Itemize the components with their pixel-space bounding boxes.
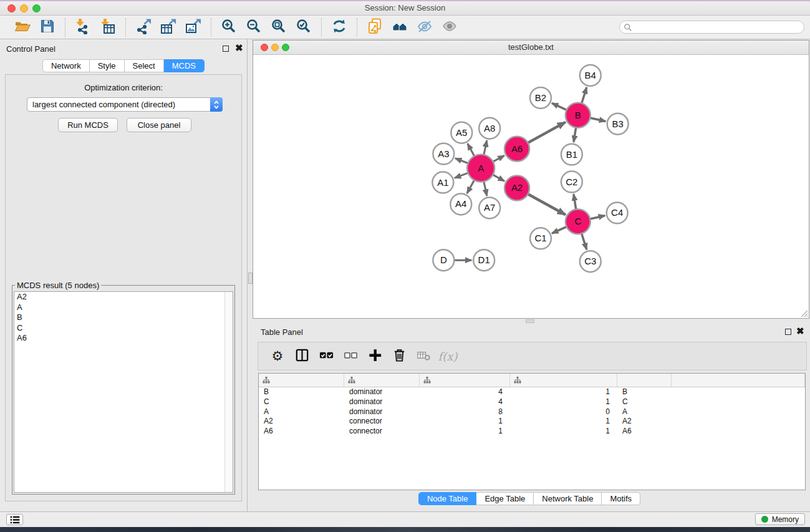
memory-button[interactable]: Memory — [755, 513, 805, 525]
graph-node-A6[interactable]: A6 — [504, 137, 529, 162]
graph-node-A1[interactable]: A1 — [432, 172, 453, 193]
table-cell[interactable]: 4 — [420, 387, 510, 397]
export-image-button[interactable] — [183, 18, 203, 37]
houses-button[interactable] — [390, 18, 410, 37]
table-row[interactable]: Bdominator41B — [259, 387, 805, 397]
refresh-button[interactable] — [329, 18, 349, 37]
export-network-button[interactable] — [133, 18, 153, 37]
close-panel-icon[interactable]: ✖ — [235, 45, 243, 51]
zoom-out-button[interactable] — [244, 18, 264, 37]
graph-node-D1[interactable]: D1 — [473, 249, 494, 271]
table-row[interactable]: A6connector11A6 — [259, 427, 805, 437]
table-cell[interactable]: dominator — [344, 397, 420, 407]
import-table-button[interactable] — [98, 18, 118, 37]
add-button[interactable] — [365, 346, 384, 366]
table-cell[interactable]: B — [259, 387, 344, 397]
graph-node-C3[interactable]: C3 — [580, 251, 601, 272]
table-cell[interactable]: dominator — [344, 407, 420, 417]
table-cell[interactable]: dominator — [344, 387, 420, 397]
mcds-result-item[interactable]: C — [14, 323, 233, 334]
graph-node-B[interactable]: B — [566, 103, 591, 128]
table-cell[interactable]: 4 — [420, 397, 510, 407]
zoom-in-button[interactable] — [219, 18, 239, 37]
mcds-result-item[interactable]: A6 — [14, 333, 233, 344]
tab-network[interactable]: Network — [42, 59, 90, 72]
table-cell[interactable]: connector — [344, 417, 420, 427]
column-header-name[interactable] — [617, 374, 672, 387]
table-cell[interactable]: A — [617, 407, 672, 417]
mcds-result-item[interactable]: A2 — [14, 292, 233, 302]
select-all-button[interactable] — [317, 346, 335, 366]
graph-node-A4[interactable]: A4 — [450, 193, 471, 215]
zoom-selected-button[interactable] — [294, 18, 314, 37]
open-session-button[interactable] — [12, 18, 32, 37]
tab-style[interactable]: Style — [90, 59, 125, 72]
tab-edge-table[interactable]: Edge Table — [476, 492, 534, 505]
graph-node-B4[interactable]: B4 — [580, 65, 601, 86]
table-cell[interactable]: C — [259, 397, 344, 407]
table-cell[interactable]: A2 — [259, 417, 344, 427]
table-cell[interactable]: 1 — [510, 427, 617, 437]
window-resize-grip[interactable] — [799, 309, 808, 317]
minimize-traffic-light[interactable] — [20, 4, 28, 12]
table-cell[interactable]: A6 — [259, 427, 344, 437]
table-panel-float-icon[interactable] — [785, 329, 791, 335]
column-header-predecessor-nodes[interactable] — [510, 374, 617, 387]
graph-node-C4[interactable]: C4 — [607, 202, 628, 223]
mcds-result-item[interactable]: A — [14, 302, 233, 313]
table-cell[interactable]: A2 — [617, 417, 672, 427]
table-cell[interactable]: 1 — [510, 397, 617, 407]
graph-node-A3[interactable]: A3 — [433, 143, 454, 165]
run-mcds-button[interactable]: Run MCDS — [58, 118, 118, 132]
graph-node-A5[interactable]: A5 — [451, 122, 472, 143]
eye-button[interactable] — [440, 18, 460, 37]
graph-node-C1[interactable]: C1 — [530, 228, 551, 249]
graph-node-D[interactable]: D — [433, 249, 454, 271]
zoom-traffic-light[interactable] — [32, 4, 41, 12]
table-cell[interactable]: 1 — [420, 427, 510, 437]
tab-mcds[interactable]: MCDS — [164, 59, 205, 72]
horizontal-splitter-handle[interactable] — [526, 319, 534, 323]
copy-network-button[interactable] — [365, 18, 385, 37]
tab-network-table[interactable]: Network Table — [534, 492, 602, 505]
optimization-criterion-select[interactable]: largest connected component (directed) — [27, 97, 223, 112]
show-panels-list-button[interactable] — [6, 514, 23, 525]
graph-node-A7[interactable]: A7 — [479, 197, 500, 218]
column-header-MCDS-role[interactable] — [344, 374, 420, 387]
network-zoom-traffic-light[interactable] — [282, 44, 289, 51]
columns-button[interactable] — [292, 346, 311, 366]
network-canvas[interactable]: B4B2BB3A5A8A6A3AB1A1A2C2A4A7C4CC1C3DD1 — [253, 56, 809, 318]
graph-node-B1[interactable]: B1 — [561, 144, 582, 165]
graph-node-C[interactable]: C — [566, 209, 591, 234]
table-cell[interactable]: C — [617, 397, 672, 407]
table-cell[interactable]: 8 — [420, 407, 510, 417]
table-cell[interactable]: A6 — [617, 427, 672, 437]
graph-node-C2[interactable]: C2 — [561, 172, 582, 193]
graph-node-A[interactable]: A — [467, 155, 494, 182]
table-cell[interactable]: B — [617, 387, 672, 397]
table-cell[interactable]: A — [259, 407, 344, 417]
trash-button[interactable] — [390, 346, 408, 366]
table-cell[interactable]: 1 — [420, 417, 510, 427]
graph-node-A2[interactable]: A2 — [504, 176, 529, 201]
save-session-button[interactable] — [37, 18, 57, 37]
search-input[interactable] — [635, 22, 800, 32]
network-close-traffic-light[interactable] — [261, 44, 268, 51]
close-traffic-light[interactable] — [7, 4, 16, 12]
tab-motifs[interactable]: Motifs — [602, 492, 640, 505]
table-cell[interactable]: connector — [344, 427, 420, 437]
result-list-scrollbar[interactable] — [224, 292, 233, 492]
export-table-button[interactable] — [158, 18, 178, 37]
tab-node-table[interactable]: Node Table — [418, 492, 477, 505]
search-field[interactable] — [619, 21, 804, 34]
network-minimize-traffic-light[interactable] — [271, 44, 279, 51]
table-cell[interactable]: 1 — [510, 387, 617, 397]
eye-slash-button[interactable] — [415, 18, 435, 37]
mcds-result-item[interactable]: B — [14, 312, 233, 323]
graph-node-B2[interactable]: B2 — [530, 87, 551, 109]
column-header-successor-nodes[interactable] — [420, 374, 510, 387]
column-header-shared-name[interactable] — [259, 374, 344, 387]
table-row[interactable]: A2connector11A2 — [259, 417, 805, 427]
vertical-splitter-handle[interactable] — [248, 273, 253, 284]
graph-node-A8[interactable]: A8 — [479, 118, 500, 139]
